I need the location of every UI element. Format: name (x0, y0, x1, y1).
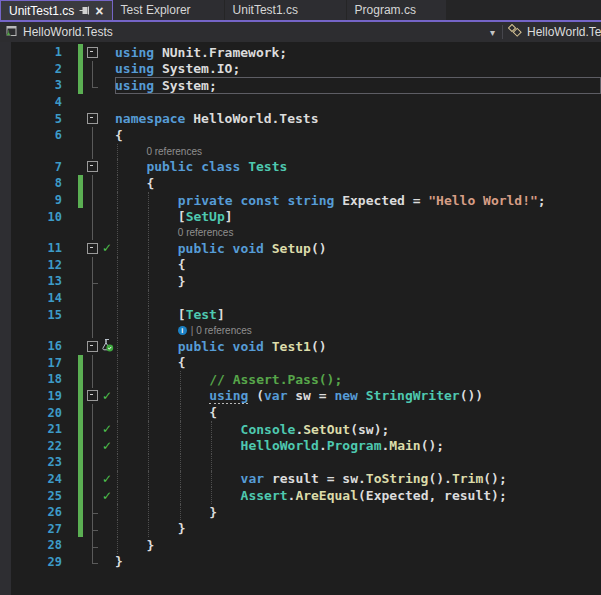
code-content[interactable]: private const string Expected = "Hello W… (115, 192, 601, 209)
outlining-margin[interactable] (86, 338, 99, 355)
test-pass-check-icon[interactable]: ✓ (102, 423, 112, 435)
code-editor[interactable]: 1using NUnit.Framework;2using System.IO;… (0, 42, 601, 595)
code-line-19[interactable]: 19✓using (var sw = new StringWriter()) (0, 388, 601, 405)
outlining-margin[interactable] (86, 110, 99, 127)
fold-collapse-box[interactable] (87, 161, 98, 172)
codelens-references-link[interactable]: 0 references (146, 146, 202, 157)
codelens-references-link[interactable]: | 0 references (191, 325, 252, 336)
code-content[interactable]: [SetUp] (115, 208, 601, 225)
test-pass-check-icon[interactable]: ✓ (102, 473, 112, 485)
code-line-17[interactable]: 17{ (0, 355, 601, 372)
test-glyph-margin[interactable]: ✓ (99, 437, 115, 454)
code-line-29[interactable]: 29} (0, 554, 601, 571)
code-line-8[interactable]: 8{ (0, 175, 601, 192)
test-pass-check-icon[interactable]: ✓ (102, 440, 112, 452)
code-line-14[interactable]: 14 (0, 290, 601, 307)
code-line-11[interactable]: 11✓public void Setup() (0, 240, 601, 257)
code-line-13[interactable]: 13} (0, 273, 601, 290)
codelens-content[interactable]: 0 references (115, 225, 601, 240)
code-line-7[interactable]: 7public class Tests (0, 159, 601, 176)
code-content[interactable] (115, 290, 601, 307)
close-icon[interactable]: × (95, 5, 103, 17)
code-line-6[interactable]: 6{ (0, 127, 601, 144)
code-line-24[interactable]: 24✓var result = sw.ToString().Trim(); (0, 471, 601, 488)
code-content[interactable]: HelloWorld.Program.Main(); (115, 437, 601, 454)
member-combo[interactable]: HelloWorld.Te (503, 24, 601, 41)
code-content[interactable]: Console.SetOut(sw); (115, 421, 601, 438)
codelens-content[interactable]: i| 0 references (115, 323, 601, 338)
project-combo[interactable]: HelloWorld.Tests ▾ (0, 24, 502, 41)
code-line-5[interactable]: 5namespace HelloWorld.Tests (0, 110, 601, 127)
code-content[interactable]: { (115, 127, 601, 144)
code-content[interactable]: { (115, 355, 601, 372)
code-line-2[interactable]: 2using System.IO; (0, 61, 601, 78)
codelens-row[interactable]: i| 0 references (0, 323, 601, 338)
code-content[interactable]: public void Test1() (115, 338, 601, 355)
test-beaker-icon[interactable] (100, 337, 114, 356)
tab-program-cs[interactable]: Program.cs (347, 0, 447, 20)
test-glyph-margin[interactable]: ✓ (99, 471, 115, 488)
test-pass-check-icon[interactable]: ✓ (102, 490, 112, 502)
code-content[interactable] (115, 454, 601, 471)
fold-collapse-box[interactable] (87, 341, 98, 352)
fold-collapse-box[interactable] (87, 113, 98, 124)
codelens-content[interactable]: 0 references (115, 144, 601, 159)
outlining-margin[interactable] (86, 240, 99, 257)
code-line-4[interactable]: 4 (0, 94, 601, 111)
code-line-16[interactable]: 16public void Test1() (0, 338, 601, 355)
code-content[interactable]: using (var sw = new StringWriter()) (115, 388, 601, 405)
code-line-9[interactable]: 9private const string Expected = "Hello … (0, 192, 601, 209)
code-content[interactable]: Assert.AreEqual(Expected, result); (115, 487, 601, 504)
code-line-15[interactable]: 15[Test] (0, 306, 601, 323)
code-content[interactable]: using System.IO; (115, 61, 601, 78)
code-content[interactable]: using NUnit.Framework; (115, 44, 601, 61)
code-content[interactable]: } (115, 273, 601, 290)
code-content[interactable]: { (115, 257, 601, 274)
test-glyph-margin[interactable]: ✓ (99, 421, 115, 438)
code-content[interactable]: { (115, 404, 601, 421)
code-content[interactable]: // Assert.Pass(); (115, 371, 601, 388)
tab-unittest1-cs[interactable]: UnitTest1.cs (225, 0, 347, 20)
codelens-row[interactable]: 0 references (0, 144, 601, 159)
code-content[interactable]: } (115, 537, 601, 554)
code-line-3[interactable]: 3using System; (0, 77, 601, 94)
code-line-27[interactable]: 27} (0, 520, 601, 537)
code-content[interactable]: } (115, 504, 601, 521)
code-content[interactable]: [Test] (115, 306, 601, 323)
code-line-28[interactable]: 28} (0, 537, 601, 554)
test-glyph-margin[interactable]: ✓ (99, 487, 115, 504)
codelens-references-link[interactable]: 0 references (178, 227, 234, 238)
code-line-1[interactable]: 1using NUnit.Framework; (0, 44, 601, 61)
fold-collapse-box[interactable] (87, 390, 98, 401)
code-content[interactable]: } (115, 520, 601, 537)
code-content[interactable] (115, 94, 601, 111)
outlining-margin[interactable] (86, 388, 99, 405)
code-content[interactable]: public void Setup() (115, 240, 601, 257)
code-content[interactable]: using System; (115, 77, 601, 94)
code-line-18[interactable]: 18// Assert.Pass(); (0, 371, 601, 388)
code-line-22[interactable]: 22✓HelloWorld.Program.Main(); (0, 437, 601, 454)
code-line-10[interactable]: 10[SetUp] (0, 208, 601, 225)
code-content[interactable]: namespace HelloWorld.Tests (115, 110, 601, 127)
fold-collapse-box[interactable] (87, 47, 98, 58)
code-line-21[interactable]: 21✓Console.SetOut(sw); (0, 421, 601, 438)
info-icon[interactable]: i (178, 326, 187, 335)
tab-unittest1-cs[interactable]: UnitTest1.cs× (0, 0, 113, 20)
test-glyph-margin[interactable] (99, 338, 115, 355)
code-content[interactable]: var result = sw.ToString().Trim(); (115, 471, 601, 488)
outlining-margin[interactable] (86, 159, 99, 176)
fold-collapse-box[interactable] (87, 243, 98, 254)
test-glyph-margin[interactable]: ✓ (99, 240, 115, 257)
code-line-26[interactable]: 26} (0, 504, 601, 521)
pin-icon[interactable] (79, 5, 90, 16)
code-line-25[interactable]: 25✓Assert.AreEqual(Expected, result); (0, 487, 601, 504)
chevron-down-icon[interactable]: ▾ (483, 27, 502, 38)
test-glyph-margin[interactable]: ✓ (99, 388, 115, 405)
code-content[interactable]: } (115, 554, 601, 571)
code-content[interactable]: { (115, 175, 601, 192)
code-line-20[interactable]: 20{ (0, 404, 601, 421)
outlining-margin[interactable] (86, 44, 99, 61)
test-pass-check-icon[interactable]: ✓ (102, 390, 112, 402)
code-line-23[interactable]: 23 (0, 454, 601, 471)
code-line-12[interactable]: 12{ (0, 257, 601, 274)
